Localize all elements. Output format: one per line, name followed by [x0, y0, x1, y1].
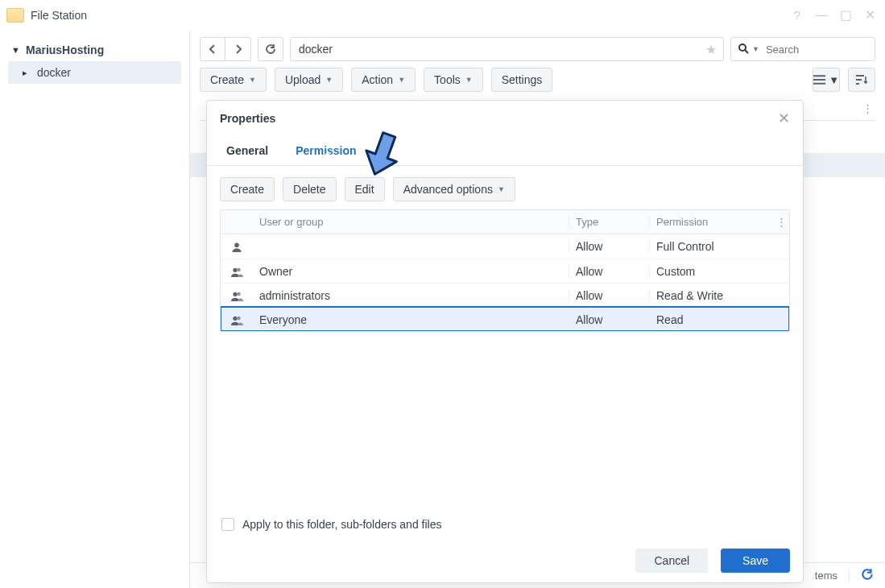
- permission-row[interactable]: administrators Allow Read & Write: [221, 283, 789, 307]
- tree-root[interactable]: ▼ MariusHosting: [8, 39, 181, 61]
- apply-label: Apply to this folder, sub-folders and fi…: [242, 518, 441, 531]
- maximize-button[interactable]: ▢: [838, 7, 853, 23]
- apply-to-subfolders[interactable]: Apply to this folder, sub-folders and fi…: [221, 518, 790, 531]
- action-toolbar: Create▼ Upload▼ Action▼ Tools▼ Settings …: [200, 68, 875, 92]
- footer-refresh-icon[interactable]: [861, 568, 874, 583]
- user-icon: [221, 240, 253, 253]
- perm-delete-button[interactable]: Delete: [283, 177, 336, 201]
- cancel-button[interactable]: Cancel: [635, 549, 708, 573]
- permission-row[interactable]: Allow Full Control: [221, 234, 789, 259]
- path-input-wrapper[interactable]: ★: [290, 37, 724, 61]
- search-box[interactable]: ▼: [730, 37, 875, 61]
- minimize-button[interactable]: —: [814, 8, 829, 23]
- window-title: File Station: [31, 9, 87, 22]
- tree-root-label: MariusHosting: [26, 43, 104, 56]
- svg-point-5: [233, 292, 237, 296]
- permission-row[interactable]: Owner Allow Custom: [221, 259, 789, 283]
- app-icon: [6, 8, 24, 23]
- action-button[interactable]: Action▼: [351, 68, 416, 92]
- group-icon: [221, 264, 253, 277]
- close-button[interactable]: ✕: [862, 7, 877, 23]
- view-mode-button[interactable]: ▼: [813, 68, 840, 92]
- help-icon[interactable]: ?: [790, 8, 804, 22]
- svg-point-7: [233, 316, 237, 320]
- sidebar: ▼ MariusHosting ▸ docker: [0, 31, 190, 588]
- nav-toolbar: ★ ▼: [200, 37, 875, 61]
- divider: [849, 569, 850, 582]
- settings-button[interactable]: Settings: [491, 68, 553, 92]
- nav-forward-button[interactable]: [225, 37, 251, 61]
- tree-item-docker[interactable]: ▸ docker: [8, 61, 181, 84]
- svg-point-4: [237, 267, 240, 271]
- tree-item-label: docker: [37, 66, 71, 79]
- col-type[interactable]: Type: [569, 216, 649, 228]
- chevron-down-icon: ▼: [11, 45, 23, 55]
- dialog-title: Properties: [220, 112, 275, 125]
- col-permission[interactable]: Permission: [649, 216, 770, 228]
- col-options-icon[interactable]: ⋮: [770, 216, 789, 228]
- svg-point-2: [234, 243, 239, 248]
- svg-point-6: [237, 292, 240, 295]
- sort-button[interactable]: [848, 68, 875, 92]
- perm-create-button[interactable]: Create: [220, 177, 275, 201]
- group-icon: [221, 288, 253, 301]
- permission-table: User or group Type Permission ⋮ Allow Fu…: [220, 209, 790, 332]
- chevron-right-icon: ▸: [23, 68, 34, 78]
- refresh-button[interactable]: [258, 37, 283, 61]
- save-button[interactable]: Save: [721, 549, 790, 573]
- tools-button[interactable]: Tools▼: [424, 68, 483, 92]
- dialog-tabs: General Permission: [207, 136, 803, 166]
- nav-back-button[interactable]: [200, 37, 225, 61]
- permission-row-selected[interactable]: Everyone Allow Read: [221, 307, 789, 331]
- upload-button[interactable]: Upload▼: [275, 68, 343, 92]
- search-input[interactable]: [764, 43, 868, 56]
- tab-permission[interactable]: Permission: [289, 136, 362, 165]
- svg-point-8: [237, 316, 240, 319]
- col-user[interactable]: User or group: [253, 216, 569, 228]
- search-icon: [738, 43, 749, 56]
- group-icon: [221, 313, 253, 325]
- checkbox[interactable]: [221, 518, 234, 531]
- create-button[interactable]: Create▼: [200, 68, 267, 92]
- kebab-icon[interactable]: ⋮: [859, 102, 875, 114]
- path-input[interactable]: [297, 42, 701, 56]
- search-dropdown-icon[interactable]: ▼: [752, 45, 759, 53]
- svg-point-0: [739, 44, 746, 51]
- svg-line-1: [745, 50, 748, 53]
- permission-table-header: User or group Type Permission ⋮: [221, 210, 789, 234]
- window-titlebar: File Station ? — ▢ ✕: [0, 0, 885, 31]
- properties-dialog: Properties ✕ General Permission Create D…: [206, 100, 804, 583]
- favorite-star-icon[interactable]: ★: [705, 42, 717, 57]
- dialog-footer: Cancel Save: [207, 539, 803, 582]
- svg-point-3: [233, 267, 237, 271]
- item-count-label: tems: [815, 569, 837, 582]
- dialog-close-button[interactable]: ✕: [778, 110, 790, 127]
- permission-action-row: Create Delete Edit Advanced options▼: [220, 177, 790, 201]
- perm-advanced-button[interactable]: Advanced options▼: [393, 177, 515, 201]
- perm-edit-button[interactable]: Edit: [345, 177, 385, 201]
- tab-general[interactable]: General: [220, 136, 275, 165]
- dialog-header: Properties ✕: [207, 101, 803, 136]
